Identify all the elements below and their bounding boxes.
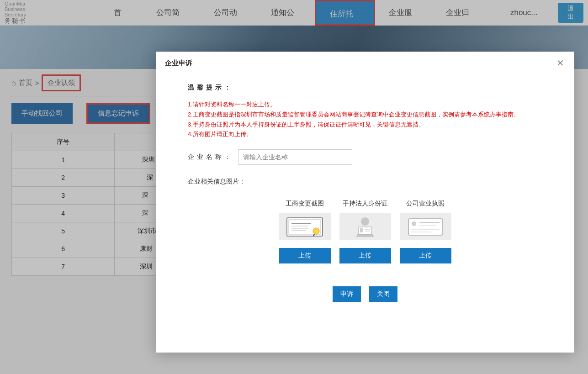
- upload-section-label: 企业相关信息图片：: [188, 178, 542, 186]
- company-name-label: 企业名称：: [188, 153, 238, 161]
- company-name-input[interactable]: [238, 149, 352, 165]
- upload-label: 工商变更截图: [286, 200, 324, 208]
- upload-row: 工商变更截图 上传 手持法人身份证 上传 公司营业执照 上传: [188, 200, 542, 263]
- upload-col-business-change: 工商变更截图 上传: [277, 200, 332, 263]
- modal-body: 温馨提示： 1.请针对资料名称一一对应上传。 2.工商变更截图是指深圳市市场和质…: [156, 74, 574, 302]
- upload-col-license: 公司营业执照 上传: [398, 200, 453, 263]
- upload-col-id-photo: 手持法人身份证 上传: [338, 200, 392, 263]
- close-icon[interactable]: ✕: [555, 58, 565, 68]
- upload-button-3[interactable]: 上传: [400, 248, 451, 263]
- tip-line: 4.所有图片请正向上传。: [188, 130, 542, 139]
- company-name-row: 企业名称：: [188, 149, 542, 165]
- close-button[interactable]: 关闭: [369, 286, 397, 302]
- modal-header: 企业申诉 ✕: [156, 52, 574, 74]
- submit-button[interactable]: 申诉: [333, 286, 361, 302]
- appeal-modal: 企业申诉 ✕ 温馨提示： 1.请针对资料名称一一对应上传。 2.工商变更截图是指…: [156, 52, 574, 353]
- svg-rect-9: [360, 228, 363, 232]
- modal-title: 企业申诉: [165, 59, 192, 68]
- upload-label: 手持法人身份证: [343, 200, 387, 208]
- tips-title: 温馨提示：: [188, 84, 542, 92]
- svg-point-13: [412, 221, 416, 226]
- upload-button-1[interactable]: 上传: [279, 248, 331, 263]
- svg-rect-12: [408, 219, 443, 235]
- upload-button-2[interactable]: 上传: [339, 248, 391, 263]
- tip-line: 2.工商变更截图是指深圳市市场和质量监督管理委员会网站商事登记簿查询中企业变更信…: [188, 110, 542, 120]
- id-photo-icon: [339, 213, 391, 240]
- upload-label: 公司营业执照: [406, 200, 445, 208]
- license-icon: [400, 213, 451, 240]
- tips-list: 1.请针对资料名称一一对应上传。 2.工商变更截图是指深圳市市场和质量监督管理委…: [188, 100, 542, 139]
- svg-point-6: [313, 228, 319, 234]
- modal-footer: 申诉 关闭: [188, 286, 542, 302]
- document-screenshot-icon: [279, 213, 331, 240]
- svg-point-7: [361, 217, 369, 226]
- tip-line: 1.请针对资料名称一一对应上传。: [188, 100, 542, 110]
- tip-line: 3.手持身份证照片为本人手持身份证的上半身照，请保证证件清晰可见，关键信息无遮挡…: [188, 120, 542, 130]
